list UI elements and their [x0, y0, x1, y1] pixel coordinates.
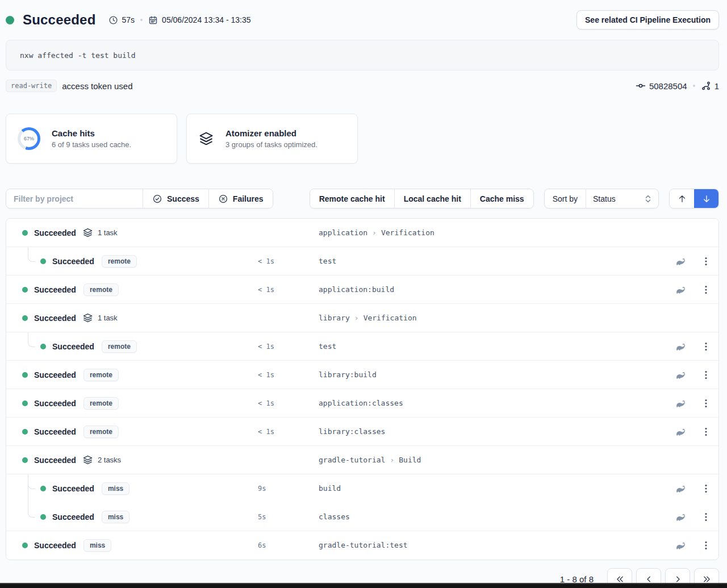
- target-name: classes: [319, 512, 350, 521]
- cache-hits-percent: 67%: [18, 127, 40, 150]
- date-range-label: 05/06/2024 13:34 - 13:35: [162, 15, 250, 24]
- commit-link[interactable]: 50828504: [636, 81, 687, 91]
- row-menu-button[interactable]: [693, 285, 718, 295]
- gradle-icon[interactable]: [667, 540, 693, 551]
- task-row[interactable]: Succeeded miss 6s gradle-tutorial:test: [6, 531, 718, 560]
- task-row[interactable]: Succeeded remote < 1s application:classe…: [6, 389, 718, 418]
- row-menu-button[interactable]: [693, 540, 718, 551]
- success-filter-label: Success: [167, 194, 199, 203]
- cache-badge: miss: [102, 511, 129, 523]
- task-row[interactable]: Succeeded miss 9s build: [6, 474, 718, 503]
- kebab-icon: [701, 285, 711, 295]
- duration-meta: 57s: [108, 15, 135, 25]
- bottom-bar: [0, 583, 727, 588]
- project-filter-group: Success Failures: [6, 189, 273, 208]
- status-dot: [22, 287, 28, 293]
- row-status-label: Succeeded: [34, 399, 76, 408]
- row-status-label: Succeeded: [34, 427, 76, 436]
- duration-label: 57s: [122, 15, 135, 24]
- arrow-up-icon: [678, 194, 687, 203]
- target-name: application:classes: [319, 399, 403, 407]
- clock-icon: [108, 15, 118, 25]
- success-filter-button[interactable]: Success: [143, 189, 208, 208]
- cache-badge: remote: [102, 255, 137, 268]
- branch-count[interactable]: 1: [701, 81, 719, 91]
- summary-cards: 67% Cache hits 6 of 9 tasks used cache. …: [6, 114, 719, 164]
- project-separator: ›: [354, 314, 359, 322]
- tree-elbow: [28, 474, 35, 489]
- status-dot: [22, 401, 28, 406]
- sort-status-select[interactable]: Status: [586, 189, 658, 208]
- atomizer-card[interactable]: Atomizer enabled 3 groups of tasks optim…: [186, 114, 358, 164]
- local-cache-hit-button[interactable]: Local cache hit: [394, 189, 470, 208]
- kebab-icon: [701, 427, 711, 437]
- row-status-label: Succeeded: [34, 370, 76, 380]
- status-dot: [6, 16, 14, 24]
- row-status-label: Succeeded: [52, 342, 94, 351]
- failures-filter-button[interactable]: Failures: [208, 189, 273, 208]
- task-row[interactable]: Succeeded remote < 1s application:build: [6, 276, 718, 304]
- gradle-icon[interactable]: [667, 284, 693, 295]
- task-group-row[interactable]: Succeeded 2 tasks gradle-tutorial › Buil…: [6, 446, 718, 474]
- duration: < 1s: [252, 286, 313, 294]
- sort-descending-button[interactable]: [694, 189, 718, 208]
- remote-cache-hit-button[interactable]: Remote cache hit: [310, 189, 394, 208]
- task-group-row[interactable]: Succeeded 1 task library › Verification: [6, 304, 718, 332]
- duration: 6s: [252, 541, 313, 549]
- project-name: application: [319, 228, 367, 237]
- meta-separator-dot: [693, 85, 695, 87]
- status-dot: [40, 486, 46, 491]
- task-row[interactable]: Succeeded miss 5s classes: [6, 503, 718, 531]
- atomizer-title: Atomizer enabled: [225, 128, 317, 138]
- row-menu-button[interactable]: [693, 483, 718, 494]
- gradle-icon[interactable]: [667, 341, 693, 352]
- row-menu-button[interactable]: [693, 256, 718, 266]
- row-status-label: Succeeded: [34, 456, 76, 465]
- command-box: nxw affected -t test build: [6, 40, 719, 70]
- project-category: Build: [399, 456, 421, 464]
- branch-icon: [701, 81, 711, 91]
- layers-icon: [198, 131, 214, 147]
- layers-icon: [82, 227, 93, 238]
- row-menu-button[interactable]: [693, 341, 718, 352]
- kebab-icon: [701, 370, 711, 380]
- target-name: library:build: [319, 370, 377, 379]
- filter-by-project-input[interactable]: [6, 189, 143, 208]
- gradle-icon[interactable]: [667, 369, 693, 381]
- project-category: Verification: [381, 228, 434, 237]
- task-row[interactable]: Succeeded remote < 1s test: [6, 332, 718, 361]
- task-row[interactable]: Succeeded remote < 1s library:build: [6, 361, 718, 389]
- task-row[interactable]: Succeeded remote < 1s test: [6, 247, 718, 276]
- gradle-icon[interactable]: [667, 483, 693, 494]
- gradle-icon[interactable]: [667, 511, 693, 523]
- failures-filter-label: Failures: [233, 194, 264, 203]
- see-related-pipeline-button[interactable]: See related CI Pipeline Execution: [576, 10, 719, 30]
- arrow-down-icon: [702, 194, 711, 203]
- row-menu-button[interactable]: [693, 398, 718, 408]
- access-token-text: access token used: [62, 81, 132, 91]
- row-menu-button[interactable]: [693, 370, 718, 380]
- command-text: nxw affected -t test build: [20, 51, 136, 60]
- task-group-row[interactable]: Succeeded 1 task application › Verificat…: [6, 219, 718, 247]
- project-category: Verification: [364, 314, 417, 322]
- access-token-badge: read-write: [6, 80, 57, 92]
- task-count: 1 task: [98, 314, 118, 322]
- row-menu-button[interactable]: [693, 427, 718, 437]
- status-dot: [40, 258, 46, 264]
- cache-miss-button[interactable]: Cache miss: [470, 189, 533, 208]
- sort-ascending-button[interactable]: [670, 189, 694, 208]
- project-name: gradle-tutorial: [319, 456, 385, 464]
- row-status-label: Succeeded: [34, 228, 76, 237]
- task-row[interactable]: Succeeded remote < 1s library:classes: [6, 418, 718, 446]
- sort-group: Sort by Status: [544, 189, 659, 208]
- gradle-icon[interactable]: [667, 256, 693, 267]
- duration: < 1s: [252, 343, 313, 351]
- row-status-label: Succeeded: [34, 314, 76, 323]
- target-name: gradle-tutorial:test: [319, 541, 408, 549]
- gradle-icon[interactable]: [667, 426, 693, 437]
- calendar-icon: [148, 15, 158, 25]
- row-menu-button[interactable]: [693, 512, 718, 522]
- gradle-icon[interactable]: [667, 398, 693, 409]
- cache-hits-card[interactable]: 67% Cache hits 6 of 9 tasks used cache.: [6, 114, 177, 164]
- cache-badge: remote: [83, 397, 119, 410]
